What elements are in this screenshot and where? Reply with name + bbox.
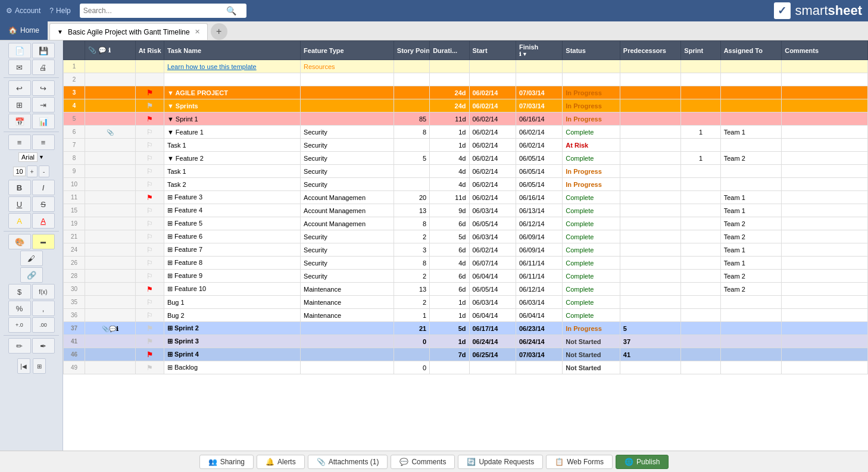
row-flag-cell[interactable]: ⚐ <box>135 139 164 152</box>
row-taskname-cell[interactable]: Bug 1 <box>164 296 300 309</box>
table-row[interactable]: 21 ⚐ ⊞ Feature 6 Security 2 5d 06/03/14 … <box>64 230 868 243</box>
row-flag-cell[interactable]: ⚑ <box>135 335 164 348</box>
row-finish-cell[interactable]: 07/03/14 <box>516 86 562 99</box>
row-duration-cell[interactable]: 5d <box>430 322 469 335</box>
row-duration-cell[interactable]: 4d <box>430 165 469 178</box>
bold-btn[interactable]: B <box>8 180 31 195</box>
tab-home[interactable]: 🏠 Home <box>0 21 48 40</box>
row-feature-cell[interactable]: Security <box>301 257 394 270</box>
row-pred-cell[interactable] <box>620 152 681 165</box>
table-row[interactable]: 15 ⚐ ⊞ Feature 4 Account Managemen 13 9d… <box>64 204 868 217</box>
row-feature-cell[interactable]: Account Managemen <box>301 217 394 230</box>
col-header-taskname[interactable]: Task Name <box>164 41 300 60</box>
row-taskname-cell[interactable]: ▼ Sprints <box>164 99 300 112</box>
row-duration-cell[interactable]: 4d <box>430 178 469 191</box>
row-flag-cell[interactable]: ⚐ <box>135 165 164 178</box>
row-duration-cell[interactable]: 11d <box>430 112 469 126</box>
tab-sheet[interactable]: ▼ Basic Agile Project with Gantt Timelin… <box>49 23 208 40</box>
row-finish-cell[interactable]: 06/09/14 <box>516 230 562 243</box>
row-finish-cell[interactable]: 06/11/14 <box>516 270 562 283</box>
row-status-cell[interactable] <box>563 60 620 73</box>
table-row[interactable]: 24 ⚐ ⊞ Feature 7 Security 3 6d 06/02/14 … <box>64 243 868 257</box>
row-flag-cell[interactable]: ⚐ <box>135 126 164 139</box>
row-status-cell[interactable]: Complete <box>563 296 620 309</box>
row-finish-cell[interactable]: 06/05/14 <box>516 152 562 165</box>
row-finish-cell[interactable] <box>516 73 562 86</box>
row-pred-cell[interactable] <box>620 126 681 139</box>
row-status-cell[interactable]: Complete <box>563 309 620 322</box>
row-story-cell[interactable]: 8 <box>394 257 429 270</box>
row-story-cell[interactable]: 20 <box>394 191 429 204</box>
currency-btn[interactable]: $ <box>8 284 31 299</box>
row-status-cell[interactable]: Complete <box>563 283 620 296</box>
row-status-cell[interactable]: In Progress <box>563 178 620 191</box>
row-assigned-cell[interactable]: Team 2 <box>720 230 782 243</box>
row-feature-cell[interactable] <box>301 335 394 348</box>
row-start-cell[interactable]: 06/03/14 <box>469 230 516 243</box>
tool-calendar-btn[interactable]: 📅 <box>8 114 31 129</box>
table-row[interactable]: 6 📎 ⚐ ▼ Feature 1 Security 8 1d 06/02/14… <box>64 126 868 139</box>
row-flag-cell[interactable] <box>135 60 164 73</box>
tool-redo-btn[interactable]: ↪ <box>32 80 55 96</box>
row-status-cell[interactable]: Not Started <box>563 335 620 348</box>
row-sprint-cell[interactable] <box>681 86 720 99</box>
row-status-cell[interactable]: At Risk <box>563 139 620 152</box>
row-assigned-cell[interactable]: Team 2 <box>720 283 782 296</box>
row-feature-cell[interactable] <box>301 361 394 374</box>
row-story-cell[interactable]: 8 <box>394 217 429 230</box>
row-start-cell[interactable]: 06/02/14 <box>469 126 516 139</box>
row-story-cell[interactable]: 5 <box>394 152 429 165</box>
row-duration-cell[interactable]: 1d <box>430 126 469 139</box>
row-flag-cell[interactable]: ⚑ <box>135 348 164 361</box>
row-story-cell[interactable] <box>394 99 429 112</box>
row-taskname-cell[interactable]: ⊞ Feature 8 <box>164 257 300 270</box>
row-flag-cell[interactable]: ⚐ <box>135 257 164 270</box>
row-status-cell[interactable]: In Progress <box>563 86 620 99</box>
row-status-cell[interactable]: Complete <box>563 243 620 257</box>
col-header-predecessors[interactable]: Predecessors <box>620 41 681 60</box>
table-row[interactable]: 7 ⚐ Task 1 Security 1d 06/02/14 06/02/14… <box>64 139 868 152</box>
row-sprint-cell[interactable] <box>681 296 720 309</box>
decimal-down-btn[interactable]: .00 <box>32 317 55 333</box>
row-feature-cell[interactable]: Account Managemen <box>301 191 394 204</box>
row-story-cell[interactable]: 13 <box>394 283 429 296</box>
row-sprint-cell[interactable] <box>681 283 720 296</box>
table-row[interactable]: 46 ⚑ ⊞ Sprint 4 7d 06/25/14 07/03/14 Not… <box>64 348 868 361</box>
row-assigned-cell[interactable] <box>720 178 782 191</box>
row-taskname-cell[interactable] <box>164 73 300 86</box>
row-duration-cell[interactable] <box>430 73 469 86</box>
row-flag-cell[interactable]: ⚐ <box>135 243 164 257</box>
dropdown-arrow-icon[interactable]: ▼ <box>522 51 527 57</box>
row-taskname-cell[interactable]: Task 1 <box>164 165 300 178</box>
row-pred-cell[interactable] <box>620 309 681 322</box>
row-pred-cell[interactable] <box>620 270 681 283</box>
row-duration-cell[interactable]: 1d <box>430 335 469 348</box>
row-feature-cell[interactable]: Account Managemen <box>301 204 394 217</box>
row-sprint-cell[interactable] <box>681 204 720 217</box>
tool-align-left-btn[interactable]: ≡ <box>8 135 31 150</box>
row-story-cell[interactable] <box>394 73 429 86</box>
row-assigned-cell[interactable]: Team 2 <box>720 270 782 283</box>
table-row[interactable]: 28 ⚐ ⊞ Feature 9 Security 2 6d 06/04/14 … <box>64 270 868 283</box>
row-sprint-cell[interactable] <box>681 217 720 230</box>
first-row-btn[interactable]: |◀ <box>17 358 30 374</box>
row-status-cell[interactable]: In Progress <box>563 112 620 126</box>
row-sprint-cell[interactable] <box>681 112 720 126</box>
row-duration-cell[interactable]: 7d <box>430 348 469 361</box>
col-header-finish[interactable]: Finish ℹ ▼ <box>516 41 562 60</box>
text-color-btn[interactable]: A <box>32 213 55 229</box>
row-duration-cell[interactable]: 6d <box>430 270 469 283</box>
row-pred-cell[interactable] <box>620 361 681 374</box>
row-assigned-cell[interactable] <box>720 73 782 86</box>
row-sprint-cell[interactable] <box>681 178 720 191</box>
row-flag-cell[interactable]: ⚐ <box>135 296 164 309</box>
table-row[interactable]: 37 📎💬ℹ ⚑ ⊞ Sprint 2 21 5d 06/17/14 06/23… <box>64 322 868 335</box>
row-duration-cell[interactable]: 1d <box>430 296 469 309</box>
row-assigned-cell[interactable]: Team 1 <box>720 243 782 257</box>
tool-save-btn[interactable]: 💾 <box>32 43 55 58</box>
row-finish-cell[interactable]: 06/16/14 <box>516 191 562 204</box>
col-header-assigned[interactable]: Assigned To <box>720 41 782 60</box>
table-row[interactable]: 11 ⚑ ⊞ Feature 3 Account Managemen 20 11… <box>64 191 868 204</box>
row-status-cell[interactable]: In Progress <box>563 165 620 178</box>
row-feature-cell[interactable]: Maintenance <box>301 309 394 322</box>
